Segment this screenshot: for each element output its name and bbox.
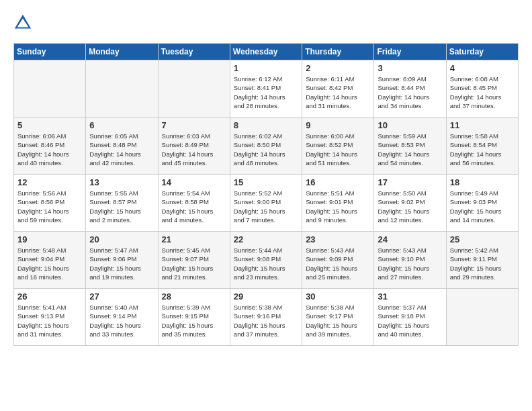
calendar-table: SundayMondayTuesdayWednesdayThursdayFrid… — [13, 43, 519, 346]
day-info: Sunrise: 5:51 AM Sunset: 9:01 PM Dayligh… — [306, 189, 370, 224]
calendar-cell-14: 14Sunrise: 5:54 AM Sunset: 8:58 PM Dayli… — [158, 175, 230, 232]
day-number: 30 — [306, 291, 370, 302]
calendar-cell-15: 15Sunrise: 5:52 AM Sunset: 9:00 PM Dayli… — [230, 175, 302, 232]
logo — [13, 13, 35, 32]
day-number: 27 — [89, 291, 154, 302]
weekday-header-monday: Monday — [86, 44, 158, 60]
calendar-cell-23: 23Sunrise: 5:43 AM Sunset: 9:09 PM Dayli… — [302, 232, 374, 289]
day-number: 23 — [306, 234, 370, 244]
day-info: Sunrise: 5:38 AM Sunset: 9:17 PM Dayligh… — [306, 303, 370, 338]
weekday-header-saturday: Saturday — [446, 44, 518, 60]
calendar-cell-21: 21Sunrise: 5:45 AM Sunset: 9:07 PM Dayli… — [158, 232, 230, 289]
day-number: 25 — [450, 234, 515, 244]
day-number: 14 — [162, 177, 226, 187]
day-info: Sunrise: 5:41 AM Sunset: 9:13 PM Dayligh… — [17, 303, 82, 338]
day-info: Sunrise: 5:40 AM Sunset: 9:14 PM Dayligh… — [89, 303, 154, 338]
day-number: 7 — [162, 120, 226, 130]
day-number: 22 — [234, 234, 298, 244]
calendar-cell-empty — [446, 289, 518, 346]
day-info: Sunrise: 5:59 AM Sunset: 8:53 PM Dayligh… — [378, 132, 442, 167]
calendar-cell-28: 28Sunrise: 5:39 AM Sunset: 9:15 PM Dayli… — [158, 289, 230, 346]
day-number: 13 — [89, 177, 154, 187]
day-number: 9 — [306, 120, 370, 130]
calendar-cell-10: 10Sunrise: 5:59 AM Sunset: 8:53 PM Dayli… — [374, 118, 446, 175]
calendar-cell-3: 3Sunrise: 6:09 AM Sunset: 8:44 PM Daylig… — [374, 60, 446, 118]
day-info: Sunrise: 5:48 AM Sunset: 9:04 PM Dayligh… — [17, 246, 82, 281]
day-number: 11 — [450, 120, 515, 130]
day-info: Sunrise: 5:55 AM Sunset: 8:57 PM Dayligh… — [89, 189, 154, 224]
calendar-cell-empty — [86, 60, 158, 118]
day-number: 16 — [306, 177, 370, 187]
calendar-cell-empty — [14, 60, 86, 118]
calendar-cell-7: 7Sunrise: 6:03 AM Sunset: 8:49 PM Daylig… — [158, 118, 230, 175]
day-number: 4 — [450, 63, 515, 73]
day-info: Sunrise: 5:37 AM Sunset: 9:18 PM Dayligh… — [378, 303, 442, 338]
day-info: Sunrise: 6:12 AM Sunset: 8:41 PM Dayligh… — [234, 75, 298, 110]
day-info: Sunrise: 5:45 AM Sunset: 9:07 PM Dayligh… — [162, 246, 226, 281]
day-number: 15 — [234, 177, 298, 187]
day-info: Sunrise: 6:05 AM Sunset: 8:48 PM Dayligh… — [89, 132, 154, 167]
day-number: 10 — [378, 120, 442, 130]
calendar-cell-27: 27Sunrise: 5:40 AM Sunset: 9:14 PM Dayli… — [86, 289, 158, 346]
day-number: 1 — [234, 63, 298, 73]
day-number: 17 — [378, 177, 442, 187]
calendar-cell-22: 22Sunrise: 5:44 AM Sunset: 9:08 PM Dayli… — [230, 232, 302, 289]
calendar-cell-19: 19Sunrise: 5:48 AM Sunset: 9:04 PM Dayli… — [14, 232, 86, 289]
calendar-cell-9: 9Sunrise: 6:00 AM Sunset: 8:52 PM Daylig… — [302, 118, 374, 175]
calendar-cell-16: 16Sunrise: 5:51 AM Sunset: 9:01 PM Dayli… — [302, 175, 374, 232]
weekday-header-row: SundayMondayTuesdayWednesdayThursdayFrid… — [14, 44, 519, 60]
day-info: Sunrise: 6:00 AM Sunset: 8:52 PM Dayligh… — [306, 132, 370, 167]
calendar-week-2: 5Sunrise: 6:06 AM Sunset: 8:46 PM Daylig… — [14, 118, 519, 175]
day-number: 6 — [89, 120, 154, 130]
day-info: Sunrise: 6:06 AM Sunset: 8:46 PM Dayligh… — [17, 132, 82, 167]
calendar-cell-29: 29Sunrise: 5:38 AM Sunset: 9:16 PM Dayli… — [230, 289, 302, 346]
day-info: Sunrise: 5:47 AM Sunset: 9:06 PM Dayligh… — [89, 246, 154, 281]
calendar-cell-1: 1Sunrise: 6:12 AM Sunset: 8:41 PM Daylig… — [230, 60, 302, 118]
day-number: 20 — [89, 234, 154, 244]
calendar-week-1: 1Sunrise: 6:12 AM Sunset: 8:41 PM Daylig… — [14, 60, 519, 118]
day-info: Sunrise: 6:02 AM Sunset: 8:50 PM Dayligh… — [234, 132, 298, 167]
calendar-cell-13: 13Sunrise: 5:55 AM Sunset: 8:57 PM Dayli… — [86, 175, 158, 232]
day-number: 31 — [378, 291, 442, 302]
weekday-header-tuesday: Tuesday — [158, 44, 230, 60]
calendar-cell-24: 24Sunrise: 5:43 AM Sunset: 9:10 PM Dayli… — [374, 232, 446, 289]
day-info: Sunrise: 6:03 AM Sunset: 8:49 PM Dayligh… — [162, 132, 226, 167]
day-info: Sunrise: 5:43 AM Sunset: 9:10 PM Dayligh… — [378, 246, 442, 281]
calendar-cell-31: 31Sunrise: 5:37 AM Sunset: 9:18 PM Dayli… — [374, 289, 446, 346]
calendar-cell-17: 17Sunrise: 5:50 AM Sunset: 9:02 PM Dayli… — [374, 175, 446, 232]
day-number: 29 — [234, 291, 298, 302]
day-info: Sunrise: 5:44 AM Sunset: 9:08 PM Dayligh… — [234, 246, 298, 281]
logo-icon — [13, 13, 32, 32]
calendar-cell-6: 6Sunrise: 6:05 AM Sunset: 8:48 PM Daylig… — [86, 118, 158, 175]
page-header — [13, 13, 519, 32]
day-info: Sunrise: 6:09 AM Sunset: 8:44 PM Dayligh… — [378, 75, 442, 110]
day-number: 8 — [234, 120, 298, 130]
weekday-header-thursday: Thursday — [302, 44, 374, 60]
calendar-week-4: 19Sunrise: 5:48 AM Sunset: 9:04 PM Dayli… — [14, 232, 519, 289]
day-info: Sunrise: 5:49 AM Sunset: 9:03 PM Dayligh… — [450, 189, 515, 224]
calendar-week-5: 26Sunrise: 5:41 AM Sunset: 9:13 PM Dayli… — [14, 289, 519, 346]
day-info: Sunrise: 5:39 AM Sunset: 9:15 PM Dayligh… — [162, 303, 226, 338]
day-info: Sunrise: 5:42 AM Sunset: 9:11 PM Dayligh… — [450, 246, 515, 281]
day-info: Sunrise: 5:56 AM Sunset: 8:56 PM Dayligh… — [17, 189, 82, 224]
calendar-cell-8: 8Sunrise: 6:02 AM Sunset: 8:50 PM Daylig… — [230, 118, 302, 175]
calendar-cell-empty — [158, 60, 230, 118]
calendar-cell-25: 25Sunrise: 5:42 AM Sunset: 9:11 PM Dayli… — [446, 232, 518, 289]
calendar-week-3: 12Sunrise: 5:56 AM Sunset: 8:56 PM Dayli… — [14, 175, 519, 232]
weekday-header-wednesday: Wednesday — [230, 44, 302, 60]
day-number: 2 — [306, 63, 370, 73]
day-number: 26 — [17, 291, 82, 302]
day-number: 12 — [17, 177, 82, 187]
day-info: Sunrise: 5:58 AM Sunset: 8:54 PM Dayligh… — [450, 132, 515, 167]
calendar-cell-5: 5Sunrise: 6:06 AM Sunset: 8:46 PM Daylig… — [14, 118, 86, 175]
day-info: Sunrise: 6:11 AM Sunset: 8:42 PM Dayligh… — [306, 75, 370, 110]
day-number: 3 — [378, 63, 442, 73]
weekday-header-friday: Friday — [374, 44, 446, 60]
day-number: 21 — [162, 234, 226, 244]
day-number: 18 — [450, 177, 515, 187]
day-number: 19 — [17, 234, 82, 244]
day-info: Sunrise: 5:43 AM Sunset: 9:09 PM Dayligh… — [306, 246, 370, 281]
calendar-cell-30: 30Sunrise: 5:38 AM Sunset: 9:17 PM Dayli… — [302, 289, 374, 346]
day-number: 28 — [162, 291, 226, 302]
day-info: Sunrise: 5:54 AM Sunset: 8:58 PM Dayligh… — [162, 189, 226, 224]
